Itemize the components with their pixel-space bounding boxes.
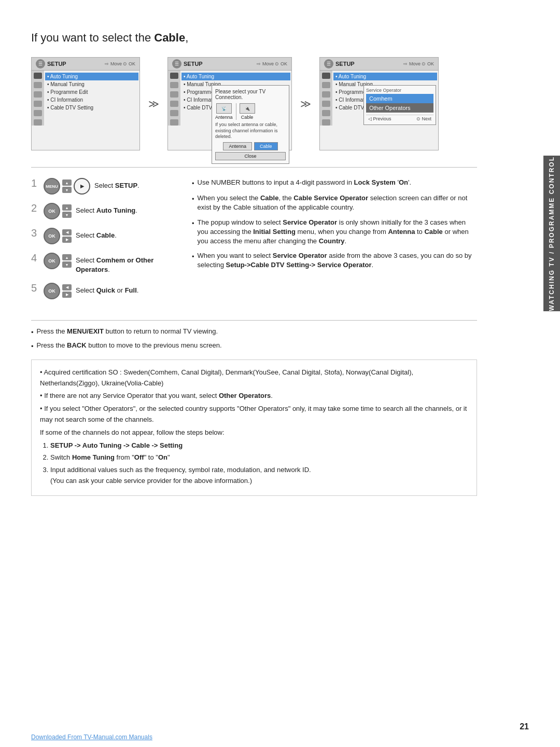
- footer-bullet-2: •: [31, 342, 34, 351]
- right-arrow-3: ▶: [62, 237, 72, 243]
- operator-label: Service Operator: [366, 88, 433, 93]
- screen2-sidebar-icon-1: [170, 73, 178, 79]
- menu-button[interactable]: MENU: [44, 178, 60, 195]
- side-tab: WATCHING TV / PROGRAMME CONTROL: [543, 156, 560, 311]
- menu-item-manualtuning-1: • Manual Tuning: [47, 80, 136, 88]
- popup-conn-options: 📡 Antenna 🔌 Cable: [215, 103, 286, 120]
- step4-arrows: ▲ ▼: [62, 254, 72, 268]
- step3-buttons: OK ◀ ▶: [44, 228, 72, 244]
- ok-button-4[interactable]: OK: [44, 253, 60, 269]
- screen2-sidebar-icon-6: [170, 119, 178, 126]
- bottom-notes: • Acquired certification SO : Sweden(Com…: [31, 359, 477, 496]
- operator-other[interactable]: Other Operators: [366, 103, 433, 113]
- down-arrow-2: ▼: [62, 212, 72, 218]
- footer-note-2: • Press the BACK button to move to the p…: [31, 341, 477, 351]
- sidebar-icon-6: [34, 119, 42, 126]
- up-arrow-1: ▲: [62, 179, 72, 186]
- screen3-sidebar: [320, 71, 332, 126]
- screen2-sidebar-icon-4: [170, 101, 178, 107]
- step3-text: Select Cable.: [76, 228, 117, 240]
- cable-btn[interactable]: Cable: [254, 142, 278, 150]
- footer-text-2: Press the BACK button to move to the pre…: [37, 341, 222, 350]
- step-number-5: 5: [31, 283, 39, 293]
- step5-arrows: ◀ ▶: [62, 284, 72, 298]
- up-arrow-4: ▲: [62, 254, 72, 260]
- popup-buttons: Antenna Cable: [215, 142, 286, 150]
- screen3-content: • Auto Tuning • Manual Tuning • Programm…: [332, 71, 438, 126]
- sidebar-icon-5: [34, 110, 42, 116]
- operator-comhem[interactable]: Comhem: [366, 94, 433, 103]
- screen2-sidebar-icon-2: [170, 82, 178, 88]
- arrow-2: ≫: [298, 98, 313, 110]
- screen2-content: • Auto Tuning • Manual Tuning • Programm…: [180, 71, 291, 126]
- screen3-sidebar-icon-6: [322, 119, 330, 126]
- arrow-1: ≫: [146, 98, 161, 110]
- footer-note-1: • Press the MENU/EXIT button to return t…: [31, 327, 477, 337]
- screen2-nav: ⇨ Move ⊙ OK: [257, 61, 287, 66]
- down-arrow-4: ▼: [62, 261, 72, 268]
- screen3-sidebar-icon-3: [322, 91, 330, 98]
- nav-next: ⊙ Next: [416, 116, 431, 121]
- info-text-2: When you select the Cable, the Cable Ser…: [198, 193, 477, 212]
- screen2-title: SETUP: [184, 61, 203, 67]
- screen3-body: • Auto Tuning • Manual Tuning • Programm…: [320, 71, 438, 126]
- info-bullet-1: • Use NUMBER buttons to input a 4-digit …: [192, 178, 477, 188]
- page-number: 21: [520, 722, 529, 731]
- popup-note: If you select antenna or cable, existing…: [215, 122, 286, 140]
- ok-button-3[interactable]: OK: [44, 228, 60, 244]
- step-5: 5 OK ◀ ▶ Select Quick or Full.: [31, 283, 176, 299]
- screen3-title: SETUP: [335, 61, 355, 67]
- cable-label: Cable: [241, 115, 254, 120]
- step3-arrows: ◀ ▶: [62, 229, 72, 243]
- step2-arrows: ▲ ▼: [62, 204, 72, 218]
- page-title: If you want to select the Cable,: [31, 31, 477, 45]
- screen2-header: ☰ SETUP ⇨ Move ⊙ OK: [168, 58, 291, 71]
- screen1-menu: • Auto Tuning • Manual Tuning • Programm…: [44, 71, 139, 126]
- left-arrow-5: ◀: [62, 284, 72, 290]
- screen3-menu-item-1: • Auto Tuning: [333, 73, 437, 80]
- bottom-note-1: • Acquired certification SO : Sweden(Com…: [40, 367, 468, 389]
- screen3-header: ☰ SETUP ⇨ Move ⊙ OK: [320, 58, 438, 71]
- steps-right: • Use NUMBER buttons to input a 4-digit …: [192, 178, 477, 308]
- screen1-icon: ☰: [36, 59, 45, 68]
- bullet-dot-1: •: [192, 179, 194, 188]
- close-btn[interactable]: Close: [215, 152, 286, 160]
- title-suffix: ,: [185, 31, 188, 44]
- bottom-step-1: SETUP -> Auto Tuning -> Cable -> Setting: [50, 440, 468, 451]
- right-arrow-5: ▶: [62, 292, 72, 298]
- right-arrow-1: ▶: [74, 178, 90, 195]
- screen2-popup: Please select your TV Connection. 📡 Ante…: [212, 85, 289, 164]
- bullet-dot-3: •: [192, 219, 194, 228]
- bottom-note-follow: If some of the channels do not appear, f…: [40, 427, 468, 438]
- screen3-sidebar-icon-2: [322, 82, 330, 88]
- step2-text: Select Auto Tuning.: [76, 203, 137, 215]
- screen3-icon: ☰: [324, 59, 333, 68]
- info-text-4: When you want to select Service Operator…: [198, 251, 477, 270]
- screens-row: ☰ SETUP ⇨ Move ⊙ OK • Auto Tuning • Manu…: [31, 57, 477, 150]
- menu-item-ci-1: • CI Information: [47, 96, 136, 104]
- screen2-sidebar-icon-3: [170, 91, 178, 98]
- step-number-1: 1: [31, 178, 39, 188]
- screen3-sidebar-icon-4: [322, 101, 330, 107]
- watermark[interactable]: Downloaded From TV-Manual.com Manuals: [31, 734, 152, 741]
- screen1-nav: ⇨ Move ⊙ OK: [105, 61, 135, 66]
- step2-buttons: OK ▲ ▼: [44, 203, 72, 219]
- operator-panel: Service Operator Comhem Other Operators …: [363, 85, 436, 125]
- screen3-nav: ⇨ Move ⊙ OK: [403, 61, 434, 66]
- sidebar-icon-4: [34, 101, 42, 107]
- popup-title: Please select your TV Connection.: [215, 89, 286, 100]
- antenna-btn[interactable]: Antenna: [223, 142, 252, 150]
- ok-button-2[interactable]: OK: [44, 203, 60, 219]
- footer-notes: • Press the MENU/EXIT button to return t…: [31, 320, 477, 351]
- ok-button-5[interactable]: OK: [44, 283, 60, 299]
- sidebar-icon-2: [34, 82, 42, 88]
- popup-close: Close: [215, 152, 286, 160]
- screen2-menu-item-1: • Auto Tuning: [181, 73, 290, 80]
- screen2-icon: ☰: [172, 59, 181, 68]
- info-text-1: Use NUMBER buttons to input a 4-digit pa…: [198, 178, 411, 187]
- screen1-body: • Auto Tuning • Manual Tuning • Programm…: [32, 71, 139, 126]
- step-number-3: 3: [31, 228, 39, 238]
- antenna-box: 📡: [216, 103, 232, 114]
- setup-screen-2: ☰ SETUP ⇨ Move ⊙ OK • Auto Tuning: [167, 57, 292, 150]
- steps-columns: 1 MENU ▲ ▼ ▶ Select SETUP. 2 OK ▲: [31, 178, 477, 308]
